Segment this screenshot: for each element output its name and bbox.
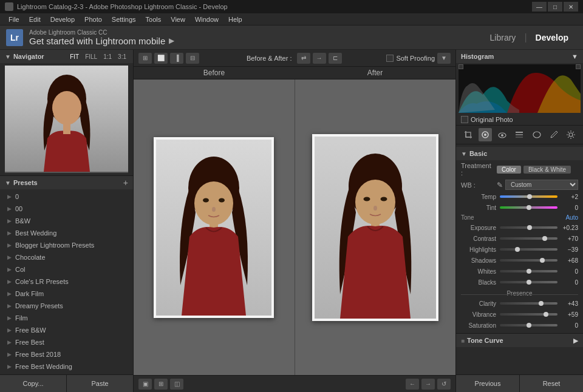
list-item[interactable]: ▶Dreamy Presets	[0, 300, 133, 312]
exposure-slider[interactable]	[500, 226, 557, 229]
list-item[interactable]: ▶Chocolate	[0, 251, 133, 263]
loupe-view-button[interactable]: ⬜	[154, 53, 168, 64]
settings-icon[interactable]	[564, 128, 578, 141]
crop-tool-icon[interactable]	[462, 128, 475, 141]
graduated-filter-icon[interactable]	[513, 128, 526, 141]
menu-window[interactable]: Window	[190, 13, 223, 25]
arrow-left-button[interactable]: ←	[406, 379, 419, 390]
tone-curve-header[interactable]: ■ Tone Curve ▶	[456, 334, 583, 347]
reset-button[interactable]: Reset	[520, 375, 583, 392]
blacks-thumb[interactable]	[527, 280, 531, 285]
view-frame1-button[interactable]: ▣	[138, 379, 152, 390]
temp-slider[interactable]	[500, 195, 557, 198]
swap-before-after-button[interactable]: ⇄	[297, 53, 310, 64]
menu-tools[interactable]: Tools	[141, 13, 166, 25]
copy-button[interactable]: Copy...	[0, 375, 67, 392]
close-button[interactable]: ✕	[564, 2, 578, 12]
bw-treatment-button[interactable]: Black & White	[523, 166, 571, 174]
adjustment-brush-icon[interactable]	[547, 128, 561, 141]
clarity-thumb[interactable]	[539, 301, 544, 306]
ba-layout-button[interactable]: ⊏	[329, 53, 342, 64]
zoom-3-1[interactable]: 3:1	[116, 53, 128, 60]
spot-removal-tool-icon[interactable]	[479, 128, 492, 141]
shadows-thumb[interactable]	[540, 258, 545, 263]
menu-help[interactable]: Help	[223, 13, 247, 25]
play-icon[interactable]: ▶	[169, 36, 174, 45]
copy-to-after-button[interactable]: →	[313, 53, 326, 64]
contrast-slider[interactable]	[500, 237, 557, 240]
highlight-clipping-indicator[interactable]	[576, 64, 581, 69]
tint-thumb[interactable]	[527, 205, 531, 210]
menu-edit[interactable]: Edit	[24, 13, 46, 25]
soft-proofing-checkbox[interactable]	[386, 55, 394, 62]
original-photo-checkbox[interactable]	[461, 116, 468, 123]
eyedropper-icon[interactable]: ✎	[497, 181, 503, 189]
blacks-slider[interactable]	[500, 281, 557, 283]
minimize-button[interactable]: —	[532, 2, 547, 12]
list-item[interactable]: ▶Cole's LR Presets	[0, 275, 133, 288]
saturation-slider[interactable]	[500, 324, 557, 326]
vibrance-slider[interactable]	[500, 313, 557, 316]
histogram-header[interactable]: Histogram ▼	[456, 50, 583, 63]
navigator-header[interactable]: ▼ Navigator FIT FILL 1:1 3:1	[0, 50, 133, 63]
exposure-thumb[interactable]	[527, 225, 532, 230]
nav-library[interactable]: Library	[482, 25, 525, 50]
soft-proofing-dropdown[interactable]: ▼	[437, 53, 451, 64]
maximize-button[interactable]: □	[548, 2, 562, 12]
list-item[interactable]: ▶0	[0, 191, 133, 203]
list-item[interactable]: ▶Free Best 2018	[0, 348, 133, 360]
list-item[interactable]: ▶B&W	[0, 215, 133, 227]
shadow-clipping-indicator[interactable]	[459, 64, 463, 69]
list-item[interactable]: ▶Best Wedding	[0, 227, 133, 239]
tint-slider[interactable]	[500, 206, 557, 209]
list-item[interactable]: ▶Free B&W	[0, 324, 133, 336]
presets-add-button[interactable]: +	[123, 178, 128, 188]
zoom-fill[interactable]: FILL	[83, 53, 99, 60]
saturation-thumb[interactable]	[527, 323, 531, 328]
shadows-slider[interactable]	[500, 259, 557, 262]
menu-file[interactable]: File	[4, 13, 24, 25]
presence-label: Presence	[456, 288, 583, 298]
header-text: Adobe Lightroom Classic CC Get started w…	[29, 29, 482, 46]
list-item[interactable]: ▶Free Best	[0, 336, 133, 348]
contrast-thumb[interactable]	[542, 236, 547, 241]
survey-view-button[interactable]: ⊟	[186, 53, 199, 64]
red-eye-tool-icon[interactable]	[496, 128, 509, 141]
contrast-slider-row: Contrast +70	[456, 233, 583, 244]
temp-thumb[interactable]	[527, 194, 532, 199]
basic-header[interactable]: ▼ Basic	[456, 147, 583, 160]
nav-develop[interactable]: Develop	[527, 25, 577, 50]
paste-button[interactable]: Paste	[67, 375, 133, 392]
compare-view-button[interactable]: ▐	[170, 53, 183, 64]
whites-slider[interactable]	[500, 270, 557, 272]
menu-develop[interactable]: Develop	[46, 13, 80, 25]
navigator-preview	[5, 66, 128, 173]
list-item[interactable]: ▶Col	[0, 263, 133, 275]
zoom-1-1[interactable]: 1:1	[101, 53, 114, 60]
wb-dropdown[interactable]: Custom As Shot Auto Daylight Cloudy	[505, 180, 578, 190]
view-frame2-button[interactable]: ⊞	[154, 379, 168, 390]
list-item[interactable]: ▶Blogger Lightroom Presets	[0, 239, 133, 251]
list-item[interactable]: ▶00	[0, 203, 133, 215]
radial-filter-icon[interactable]	[530, 128, 544, 141]
rotate-button[interactable]: ↺	[437, 379, 451, 390]
grid-view-button[interactable]: ⊞	[138, 53, 152, 64]
highlights-thumb[interactable]	[515, 247, 520, 252]
highlights-slider[interactable]	[500, 248, 557, 251]
list-item[interactable]: ▶Film	[0, 312, 133, 324]
menu-settings[interactable]: Settings	[107, 13, 141, 25]
clarity-slider[interactable]	[500, 302, 557, 305]
menu-view[interactable]: View	[166, 13, 190, 25]
view-frame3-button[interactable]: ◫	[170, 379, 183, 390]
vibrance-thumb[interactable]	[544, 312, 548, 317]
zoom-fit[interactable]: FIT	[68, 53, 81, 60]
auto-button[interactable]: Auto	[565, 214, 578, 221]
arrow-right-button[interactable]: →	[421, 379, 435, 390]
whites-thumb[interactable]	[527, 269, 531, 274]
presets-header[interactable]: ▼ Presets +	[0, 176, 133, 189]
previous-button[interactable]: Previous	[456, 375, 520, 392]
menu-photo[interactable]: Photo	[80, 13, 107, 25]
color-treatment-button[interactable]: Color	[497, 166, 521, 174]
list-item[interactable]: ▶Free Best Wedding	[0, 360, 133, 373]
list-item[interactable]: ▶Dark Film	[0, 288, 133, 300]
